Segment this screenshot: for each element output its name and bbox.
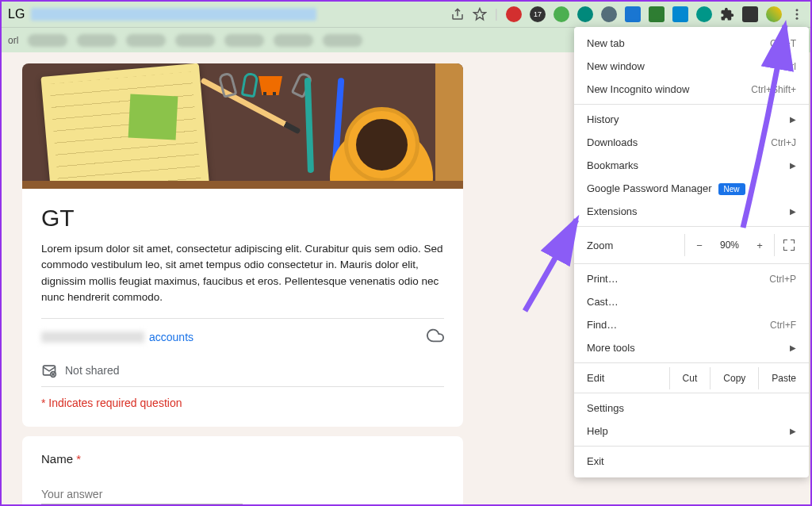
extension-icon[interactable] [601,6,617,22]
form-description: Lorem ipsum dolor sit amet, consectetur … [41,241,444,305]
menu-bookmarks[interactable]: Bookmarks▶ [574,154,809,177]
extension-icon[interactable]: 17 [530,6,546,22]
bookmark-item[interactable] [274,34,313,47]
bookmark-item[interactable] [126,34,166,47]
new-badge: New [718,183,745,195]
question-label: Name * [41,452,444,466]
extension-icon[interactable] [672,6,688,22]
bookmark-item[interactable] [323,34,362,47]
zoom-in-button[interactable]: + [745,234,774,256]
menu-exit[interactable]: Exit [574,450,809,473]
bookmark-item[interactable] [224,34,264,47]
svg-point-0 [796,9,799,11]
menu-new-incognito[interactable]: New Incognito windowCtrl+Shift+ [574,78,809,101]
bookmark-item[interactable]: orl [8,35,18,46]
account-email [41,332,144,343]
extension-icon[interactable] [742,6,758,22]
bookmark-item[interactable] [28,34,67,47]
chevron-right-icon: ▶ [790,115,796,124]
extension-icon[interactable] [506,6,522,22]
menu-print[interactable]: Print…Ctrl+P [574,267,809,290]
cloud-icon [427,327,444,347]
menu-zoom-row: Zoom − 90% + [574,230,809,260]
menu-cast[interactable]: Cast… [574,290,809,313]
menu-password-manager[interactable]: Google Password ManagerNew [574,177,809,200]
star-icon[interactable] [473,7,487,21]
chevron-right-icon: ▶ [790,427,796,435]
question-card: Name * [22,436,463,506]
edit-label: Edit [587,366,669,389]
not-shared-icon [41,362,57,378]
puzzle-icon[interactable] [720,7,734,21]
extension-icon[interactable] [625,6,641,22]
extension-icon[interactable] [649,6,665,22]
cut-button[interactable]: Cut [669,367,710,389]
extension-icon[interactable] [577,6,593,22]
menu-edit-row: Edit Cut Copy Paste [574,366,809,389]
copy-button[interactable]: Copy [710,367,758,389]
zoom-out-button[interactable]: − [685,234,714,256]
chevron-right-icon: ▶ [790,207,796,216]
fullscreen-icon [783,240,795,251]
chrome-main-menu: New tabCtrl+T New windowCtrl New Incogni… [574,27,809,477]
menu-settings[interactable]: Settings [574,397,809,420]
menu-more-tools[interactable]: More tools▶ [574,336,809,359]
switch-accounts-link[interactable]: accounts [149,331,193,343]
extension-icon[interactable] [553,6,569,22]
bookmark-item[interactable] [77,34,117,47]
bookmark-item[interactable] [175,34,215,47]
shared-label: Not shared [65,364,119,377]
form-title: GT [41,205,444,232]
form-header-card: GT Lorem ipsum dolor sit amet, consectet… [22,189,463,427]
required-star: * [76,452,81,466]
address-bar[interactable] [31,8,316,21]
menu-new-tab[interactable]: New tabCtrl+T [574,32,809,55]
account-row: accounts [41,318,444,355]
menu-new-window[interactable]: New windowCtrl [574,55,809,78]
menu-history[interactable]: History▶ [574,108,809,131]
extension-icon[interactable] [696,6,712,22]
answer-input[interactable] [41,485,243,504]
profile-avatar[interactable] [766,6,782,22]
shared-status-row: Not shared [41,355,444,386]
chevron-right-icon: ▶ [790,161,796,170]
menu-find[interactable]: Find…Ctrl+F [574,313,809,336]
svg-point-1 [796,13,799,16]
paste-button[interactable]: Paste [758,367,809,389]
share-icon[interactable] [450,7,465,21]
zoom-label: Zoom [587,240,684,251]
zoom-percent: 90% [714,240,745,251]
menu-help[interactable]: Help▶ [574,420,809,443]
required-note: * Indicates required question [41,386,444,411]
fullscreen-button[interactable] [774,234,802,256]
chevron-right-icon: ▶ [790,343,796,352]
menu-extensions[interactable]: Extensions▶ [574,200,809,223]
form-banner [22,63,463,181]
kebab-menu-icon[interactable] [790,7,804,21]
browser-toolbar: LG | 17 [2,2,810,27]
url-prefix: LG [8,7,25,21]
menu-downloads[interactable]: DownloadsCtrl+J [574,131,809,154]
svg-point-2 [796,17,799,20]
